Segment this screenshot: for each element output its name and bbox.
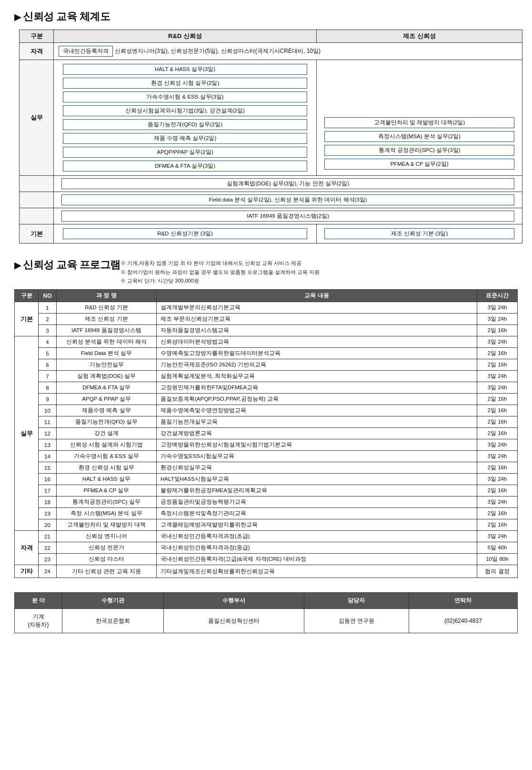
no-17: 17 <box>39 485 57 496</box>
no-21: 21 <box>39 531 57 542</box>
name-8: DFMEA & FTA 실무 <box>57 382 157 394</box>
section2-header: 신뢰성 교육 프로그램 ※ 기계,자동차 업종 기업 외 타 분야 기업에 대해… <box>14 258 518 285</box>
time-4: 3일 24h <box>477 336 518 348</box>
common-label-1 <box>20 176 54 192</box>
section1-title: 신뢰성 교육 체계도 <box>14 10 518 24</box>
no-3: 3 <box>39 325 57 336</box>
qual-label: 자격 <box>20 43 54 60</box>
footer-field: 기계(자동차) <box>15 609 62 633</box>
time-16: 3일 24h <box>477 474 518 485</box>
content-24: 기타설계및제조신뢰성확보를위한신뢰성교육 <box>157 565 477 578</box>
time-1: 3일 24h <box>477 302 518 314</box>
content-11: 품질기능전개실무교육 <box>157 416 477 428</box>
prog-row-14: 14 가속수명시험 & ESS 실무 가속수명및ESS시험실무교육 3일 24h <box>15 451 518 462</box>
time-21: 3일 24h <box>477 531 518 542</box>
no-16: 16 <box>39 474 57 485</box>
time-11: 2일 16h <box>477 416 518 428</box>
prog-row-11: 11 품질기능전개(QFD) 실무 품질기능전개실무교육 2일 16h <box>15 416 518 428</box>
rd-item-1: HALT & HASS 실무(3일) <box>63 64 307 75</box>
cat-silmu: 실무 <box>15 336 39 531</box>
th-time: 표준시간 <box>477 290 518 302</box>
time-3: 2일 16h <box>477 325 518 336</box>
content-17: 불량제거를위한공정FMEA및관리계획교육 <box>157 485 477 496</box>
note-3: ※ 교육비 단가: 시간당 300,000원 <box>120 276 320 285</box>
time-22: 5일 40h <box>477 542 518 554</box>
content-3: 자동차품질경영시스템교육 <box>157 325 477 336</box>
common-box-3: IATF 16949 품질경영시스템(2일) <box>61 211 515 222</box>
no-14: 14 <box>39 451 57 462</box>
col-mfg: 제조 신뢰성 <box>317 30 522 43</box>
common-row-1: 실험계획법(DOE) 실무(3일), 기능 안전 실무(2일) <box>20 176 522 192</box>
prog-table: 구분 NO 과 정 명 교육 내용 표준시간 기본 1 R&D 신뢰성 기본 설… <box>14 289 518 578</box>
common-item-2: Field data 분석 실무(2일), 신뢰성 분석을 위한 데이터 해석(… <box>54 192 522 208</box>
no-4: 4 <box>39 336 57 348</box>
prog-row-3: 3 IATF 16949 품질경영시스템 자동차품질경영시스템교육 2일 16h <box>15 325 518 336</box>
name-12: 강건 설계 <box>57 428 157 439</box>
content-15: 환경신뢰성실무교육 <box>157 462 477 474</box>
name-5: Field Data 분석 실무 <box>57 348 157 359</box>
qual-domestic-label: 국내민간등록자격 <box>59 46 113 57</box>
qual-items: 신뢰성엔지니어(3일), 신뢰성전문가(5일), 신뢰성마스터(국제기사CRE대… <box>115 47 321 55</box>
no-5: 5 <box>39 348 57 359</box>
no-8: 8 <box>39 382 57 394</box>
prog-row-24: 기타 24 기타 신뢰성 관련 교육 지원 기타설계및제조신뢰성확보를위한신뢰성… <box>15 565 518 578</box>
time-19: 2일 16h <box>477 508 518 519</box>
footer-th-contact: 연락처 <box>409 593 517 609</box>
no-20: 20 <box>39 519 57 531</box>
section2-title: 신뢰성 교육 프로그램 <box>14 258 120 272</box>
content-5: 수명예측및고장방지를위한필드데이터분석교육 <box>157 348 477 359</box>
content-6: 기능안전국제표준(ISO 26262) 기반의교육 <box>157 359 477 371</box>
content-7: 실험계획설계및분석, 최적화실무교육 <box>157 371 477 382</box>
prog-row-12: 12 강건 설계 강건설계방법론교육 2일 16h <box>15 428 518 439</box>
no-11: 11 <box>39 416 57 428</box>
footer-contact: (02)6240-4837 <box>409 609 517 633</box>
footer-th-field: 분 야 <box>15 593 62 609</box>
silmu-row: 실무 HALT & HASS 실무(3일) 환경 신뢰성 시험 실무(2일) 가… <box>20 60 522 176</box>
name-3: IATF 16949 품질경영시스템 <box>57 325 157 336</box>
time-5: 2일 16h <box>477 348 518 359</box>
mfg-item-4: PFMEA & CP 실무(2일) <box>324 159 514 170</box>
common-box-2: Field data 분석 실무(2일), 신뢰성 분석을 위한 데이터 해석(… <box>61 194 515 205</box>
footer-th-dept: 수행부서 <box>163 593 304 609</box>
rd-item-3: 가속수명시험 & ESS 실무(3일) <box>63 91 307 102</box>
footer-header-row: 분 야 수행기관 수행부서 담당자 연락처 <box>15 593 518 609</box>
kibon-mfg-box: 제조 신뢰성 기본 (3일) <box>324 228 514 239</box>
rd-item-8: DFMEA & FTA 실무(3일) <box>63 161 307 172</box>
kibon-label: 기본 <box>20 224 54 243</box>
footer-th-org: 수행기관 <box>62 593 164 609</box>
content-23: 국내신뢰성민간등록자격(고급)&국제 자격(CRE) 대비과정 <box>157 554 477 565</box>
qual-row: 자격 국내민간등록자격 신뢰성엔지니어(3일), 신뢰성전문가(5일), 신뢰성… <box>20 43 522 60</box>
prog-row-23: 23 신뢰성 마스터 국내신뢰성민간등록자격(고급)&국제 자격(CRE) 대비… <box>15 554 518 565</box>
time-23: 10일 80h <box>477 554 518 565</box>
kibon-rd-box: R&D 신뢰성기본 (3일) <box>63 228 307 239</box>
content-18: 공정품질관리및공정능력평가교육 <box>157 496 477 508</box>
col-rd: R&D 신뢰성 <box>54 30 317 43</box>
common-row-2: Field data 분석 실무(2일), 신뢰성 분석을 위한 데이터 해석(… <box>20 192 522 208</box>
no-9: 9 <box>39 394 57 405</box>
name-24: 기타 신뢰성 관련 교육 지원 <box>57 565 157 578</box>
time-17: 2일 16h <box>477 485 518 496</box>
common-box-1: 실험계획법(DOE) 실무(3일), 기능 안전 실무(2일) <box>61 178 515 189</box>
footer-dept: 품질신뢰성혁신센터 <box>163 609 304 633</box>
footer-th-person: 담당자 <box>304 593 409 609</box>
no-13: 13 <box>39 439 57 451</box>
prog-row-8: 8 DFMEA & FTA 실무 고장원인제거를위한FTA및DFMEA교육 3일… <box>15 382 518 394</box>
no-24: 24 <box>39 565 57 578</box>
qual-content: 국내민간등록자격 신뢰성엔지니어(3일), 신뢰성전문가(5일), 신뢰성마스터… <box>54 43 522 60</box>
th-name: 과 정 명 <box>57 290 157 302</box>
name-1: R&D 신뢰성 기본 <box>57 302 157 314</box>
time-12: 2일 16h <box>477 428 518 439</box>
name-18: 통계적공정관리(SPC) 실무 <box>57 496 157 508</box>
prog-row-21: 자격 21 신뢰성 엔지니어 국내신뢰성민간등록자격과정(초급) 3일 24h <box>15 531 518 542</box>
time-7: 3일 24h <box>477 371 518 382</box>
prog-row-7: 7 실험 계획법(DOE) 실무 실험계획설계및분석, 최적화실무교육 3일 2… <box>15 371 518 382</box>
time-10: 2일 16h <box>477 405 518 416</box>
mfg-item-1: 고객불만처리 및 재발방지 대책(2일) <box>324 117 514 128</box>
prog-row-4: 실무 4 신뢰성 분석을 위한 데이터 해석 신뢰성데이터분석방법교육 3일 2… <box>15 336 518 348</box>
th-content: 교육 내용 <box>157 290 477 302</box>
prog-row-22: 22 신뢰성 전문가 국내신뢰성민간등록자격과정(중급) 5일 40h <box>15 542 518 554</box>
time-6: 2일 16h <box>477 359 518 371</box>
content-14: 가속수명및ESS시험실무교육 <box>157 451 477 462</box>
name-14: 가속수명시험 & ESS 실무 <box>57 451 157 462</box>
common-label-3 <box>20 208 54 224</box>
